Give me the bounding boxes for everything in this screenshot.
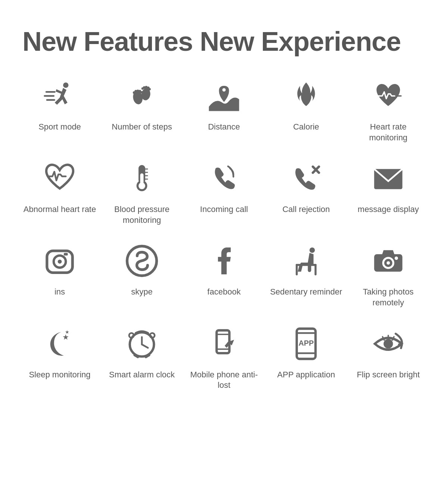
instagram-icon <box>39 240 80 281</box>
callrejection-icon <box>286 158 327 199</box>
svg-point-10 <box>140 91 143 93</box>
flipscreen-icon <box>368 323 409 364</box>
feature-item-blood-pressure-monitoring: Blood pressure monitoring <box>105 158 179 225</box>
feature-label-skype: skype <box>131 287 152 297</box>
feature-label-distance: Distance <box>208 122 240 133</box>
feature-label-number-of-steps: Number of steps <box>112 122 172 133</box>
feature-label-sedentary-reminder: Sedentary reminder <box>270 287 342 297</box>
svg-point-23 <box>139 183 145 189</box>
svg-point-15 <box>149 88 151 90</box>
distance-icon <box>203 75 245 116</box>
facebook-icon <box>203 240 245 281</box>
feature-item-heart-rate-monitoring: Heart rate monitoring <box>351 75 426 143</box>
feature-item-app-application: APP APP application <box>269 323 343 391</box>
feature-item-distance: Distance <box>187 75 261 143</box>
feature-item-facebook: facebook <box>187 240 261 308</box>
feature-label-ins: ins <box>55 287 65 297</box>
svg-line-50 <box>142 344 148 348</box>
camera-icon <box>368 240 409 281</box>
feature-item-incoming-call: Incoming call <box>187 158 261 225</box>
feature-item-sedentary-reminder: Sedentary reminder <box>269 240 343 308</box>
feature-item-ins: ins <box>22 240 97 308</box>
svg-point-0 <box>63 82 68 88</box>
feature-item-calorie: Calorie <box>269 75 343 143</box>
feature-item-mobile-phone-anti-lost: Mobile phone anti-lost <box>187 323 261 391</box>
feature-label-app-application: APP application <box>277 370 335 380</box>
feature-label-flip-screen-bright: Flip screen bright <box>357 370 420 380</box>
svg-point-18 <box>223 88 226 91</box>
feature-label-abnormal-heart-rate: Abnormal heart rate <box>24 204 96 215</box>
bloodpressure-icon <box>121 158 162 199</box>
page-title: New Features New Experience <box>22 26 426 57</box>
feature-item-call-rejection: Call rejection <box>269 158 343 225</box>
sedentary-icon <box>286 240 327 281</box>
feature-label-message-display: message display <box>358 204 419 215</box>
svg-rect-33 <box>64 253 68 256</box>
feature-item-abnormal-heart-rate: Abnormal heart rate <box>22 158 97 225</box>
steps-icon <box>121 75 162 116</box>
svg-point-53 <box>129 333 134 338</box>
feature-label-facebook: facebook <box>207 287 240 297</box>
svg-point-34 <box>58 260 62 264</box>
alarm-icon <box>121 323 162 364</box>
feature-item-number-of-steps: Number of steps <box>105 75 179 143</box>
feature-item-sleep-monitoring: ★ ★ Sleep monitoring <box>22 323 97 391</box>
app-icon: APP <box>286 323 327 364</box>
abnormalheart-icon <box>39 158 80 199</box>
message-icon <box>368 158 409 199</box>
feature-item-message-display: message display <box>351 158 426 225</box>
svg-point-45 <box>395 257 398 260</box>
feature-item-taking-photos-remotely: Taking photos remotely <box>351 240 426 308</box>
feature-label-sleep-monitoring: Sleep monitoring <box>29 370 90 380</box>
feature-label-heart-rate-monitoring: Heart rate monitoring <box>351 122 426 143</box>
sport-icon <box>39 75 80 116</box>
svg-point-54 <box>150 333 155 338</box>
feature-label-taking-photos-remotely: Taking photos remotely <box>351 287 426 308</box>
svg-point-44 <box>387 261 390 265</box>
svg-text:APP: APP <box>299 339 314 347</box>
feature-item-skype: skype <box>105 240 179 308</box>
antilost-icon <box>203 323 245 364</box>
sleep-icon: ★ ★ <box>39 323 80 364</box>
skype-icon <box>121 240 162 281</box>
feature-item-smart-alarm-clock: Smart alarm clock <box>105 323 179 391</box>
svg-text:★: ★ <box>65 330 69 335</box>
feature-label-mobile-phone-anti-lost: Mobile phone anti-lost <box>187 370 261 391</box>
svg-point-36 <box>309 247 315 253</box>
feature-label-blood-pressure-monitoring: Blood pressure monitoring <box>105 204 179 225</box>
feature-label-incoming-call: Incoming call <box>200 204 248 215</box>
feature-label-smart-alarm-clock: Smart alarm clock <box>109 370 175 380</box>
incomingcall-icon <box>203 158 245 199</box>
feature-label-sport-mode: Sport mode <box>38 122 81 133</box>
feature-label-calorie: Calorie <box>293 122 319 133</box>
feature-item-sport-mode: Sport mode <box>22 75 97 143</box>
svg-point-62 <box>383 339 393 348</box>
heartrate-icon <box>368 75 409 116</box>
feature-item-flip-screen-bright: Flip screen bright <box>351 323 426 391</box>
feature-label-call-rejection: Call rejection <box>282 204 330 215</box>
calorie-icon <box>286 75 327 116</box>
features-grid: Sport mode Number of steps Distance Calo… <box>22 75 426 391</box>
